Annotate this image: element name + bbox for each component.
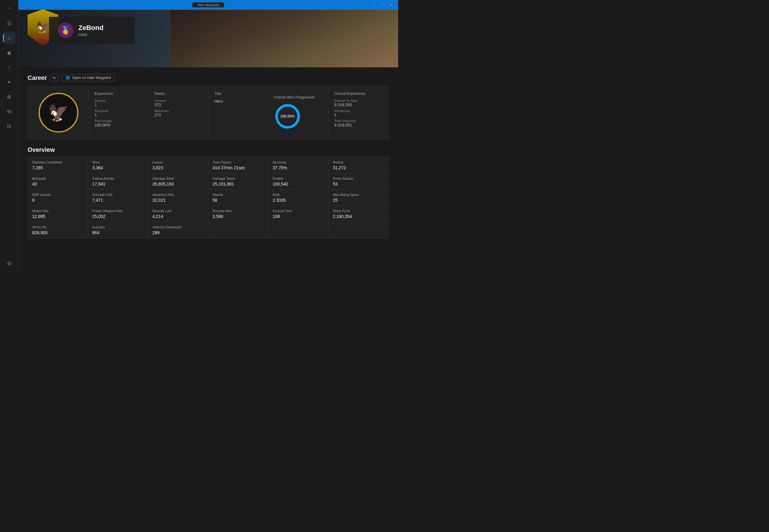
stat-value: 108 (272, 214, 324, 219)
refresh-button[interactable]: ↻ (50, 73, 58, 82)
experience-label: Experience (95, 92, 143, 96)
sidebar-item-multiplayer[interactable]: ✦ (3, 76, 15, 88)
career-section-header: Career ↻ 🌐 Open on Halo Waypoint (28, 73, 389, 82)
stat-cell: Wins3,364 (88, 157, 148, 174)
sidebar-item-profile[interactable]: ◉ (3, 47, 15, 59)
content-area: Career ↻ 🌐 Open on Halo Waypoint 🦅 Exper… (18, 67, 398, 275)
stat-cell: Deaths100,540 (268, 174, 328, 190)
stat-cell (268, 222, 328, 238)
globe-icon: 🌐 (66, 76, 70, 80)
stat-label: Shots Fired (333, 209, 384, 213)
waypoint-button[interactable]: 🌐 Open on Halo Waypoint (62, 74, 115, 81)
stat-label: Headshot Kills (152, 193, 204, 197)
progress-circle: 100.00% (274, 103, 301, 130)
stat-label: Damage Dealt (152, 177, 204, 180)
stat-cell: Headshot Kills32,021 (148, 190, 208, 206)
stat-cell: Max Killing Spree25 (328, 190, 389, 206)
stat-cell: Melee Kills12,895 (28, 206, 88, 222)
stat-value: 3,364 (92, 165, 143, 170)
percentage-value: 100.00% (95, 123, 143, 127)
stat-label: Rounds Lost (152, 209, 204, 213)
back-button[interactable]: ← (4, 2, 15, 13)
stat-label: Grenade Kills (92, 193, 143, 197)
sidebar-item-ring[interactable]: ○ (3, 61, 15, 73)
overall-exp-label: Overall Experience (334, 92, 383, 96)
remaining-value: 1 (334, 113, 383, 117)
career-experience-cell: Experience Earned 1 Required 1 Percentag… (89, 87, 149, 139)
top-bar-title: Halo Waypoint (192, 2, 224, 7)
required-label: Required (95, 109, 143, 113)
user-avatar: 🏅 (58, 22, 73, 38)
user-game: HWII (78, 32, 103, 37)
settings-icon: ⚙ (7, 260, 11, 266)
user-info: ZeBond HWII (78, 24, 103, 37)
maximum-rank-value: 272 (155, 113, 203, 117)
stat-value: 17,941 (92, 182, 143, 186)
stat-label: Hijacks (212, 193, 264, 197)
sidebar-item-stats[interactable]: ⊟ (3, 120, 15, 132)
sidebar-item-collection[interactable]: ⊞ (3, 91, 15, 103)
stat-value: 7,285 (32, 165, 83, 170)
multiplayer-icon: ✦ (7, 79, 11, 85)
stat-label: Power Weapon Kills (92, 209, 143, 213)
stat-label: Wins (92, 160, 143, 164)
career-progression-cell: Overall Hero Progression 100.00% (269, 87, 329, 139)
stats-grid: Matches Completed7,285Wins3,364Losses3,8… (28, 157, 389, 238)
stat-value: 864 (92, 230, 143, 235)
stat-cell: Time Played41d 37min 21sec (208, 157, 268, 174)
sidebar-item-shop[interactable]: 🛍 (3, 105, 15, 118)
total-required-label: Total Required (334, 119, 383, 123)
stat-cell: Betrayals40 (28, 174, 88, 190)
stat-label: Accuracy (272, 160, 324, 164)
user-avatar-icon: 🏅 (61, 26, 70, 35)
sidebar-item-home[interactable]: ⌂ (3, 32, 15, 44)
career-ranks-cell: Ranks Current 272 Maximum 272 (149, 87, 209, 139)
stat-label: EMP Assists (32, 193, 83, 197)
stat-label: Time Played (212, 160, 264, 164)
stat-value: 58 (212, 198, 264, 203)
stat-cell: Callout Assists17,941 (88, 174, 148, 190)
close-button[interactable]: ✕ (389, 2, 394, 7)
user-name: ZeBond (78, 24, 103, 32)
stat-cell: KDA2.3326 (268, 190, 328, 206)
career-avatar: 🦅 (39, 93, 78, 133)
stat-value: 3,823 (152, 165, 204, 170)
stat-label: Shots Hit (32, 225, 83, 229)
career-overall-exp-cell: Overall Experience Earned To Date 9,319,… (328, 87, 389, 139)
stat-cell: Losses3,823 (148, 157, 208, 174)
stat-value: 40 (32, 182, 83, 186)
stat-label: Deaths (272, 177, 324, 180)
stat-label: Rounds Won (212, 209, 264, 213)
stat-cell: Rounds Tied108 (268, 206, 328, 222)
stat-cell: Damage Dealt26,805,163 (148, 174, 208, 190)
overview-title: Overview (28, 146, 389, 153)
maximize-button[interactable]: □ (380, 2, 385, 7)
career-avatar-cell: 🦅 (28, 87, 89, 139)
stat-label: Suicides (92, 225, 143, 229)
maximum-rank-label: Maximum (155, 109, 203, 113)
sidebar-item-settings[interactable]: ⚙ (3, 257, 15, 269)
current-rank-label: Current (155, 99, 203, 103)
stat-value: 25,101,881 (212, 182, 264, 186)
stat-cell: Grenade Kills7,471 (88, 190, 148, 206)
stat-value: 25,052 (92, 214, 143, 219)
minimize-button[interactable]: ─ (372, 2, 377, 7)
stat-cell (208, 222, 268, 238)
stat-cell: EMP Assists9 (28, 190, 88, 206)
emblem-icon: 🦅 (36, 21, 50, 34)
menu-icon: ☰ (7, 21, 11, 26)
stat-value: 31,272 (333, 165, 384, 170)
stat-label: Matches Completed (32, 160, 83, 164)
stat-value: 25 (333, 198, 384, 203)
stat-label: Damage Taken (212, 177, 264, 180)
career-title: Career (28, 74, 47, 81)
career-title-cell: Title Hero (209, 87, 269, 139)
home-icon: ⌂ (8, 35, 11, 41)
title-value: Hero (214, 99, 263, 103)
hero-banner: Halo Waypoint 🦅 🏅 ZeBond HWII (18, 0, 398, 67)
collection-icon: ⊞ (7, 94, 11, 100)
stat-cell: Suicides864 (88, 222, 148, 238)
sidebar-item-menu[interactable]: ☰ (3, 17, 15, 29)
progression-label: Overall Hero Progression (274, 95, 324, 99)
stat-value: 2,190,354 (333, 214, 384, 219)
